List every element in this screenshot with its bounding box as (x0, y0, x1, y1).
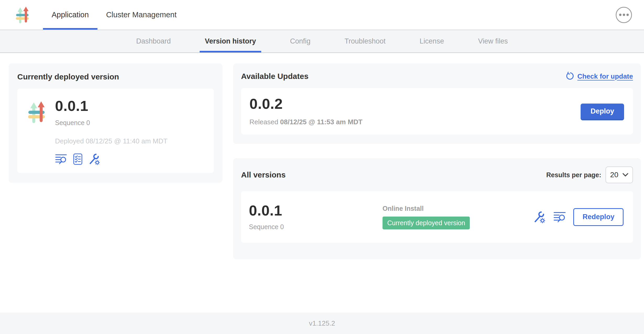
results-per-page-select[interactable]: 20 (605, 166, 633, 183)
update-row: 0.0.2 Released 08/12/25 @ 11:53 am MDT D… (241, 88, 633, 134)
refresh-icon (565, 72, 574, 81)
update-info: 0.0.2 Released 08/12/25 @ 11:53 am MDT (249, 96, 363, 126)
version-history-page: Application Cluster Management Dashboard… (0, 0, 644, 334)
preflight-checklist-icon[interactable] (72, 153, 84, 165)
version-row-info: 0.0.1 Sequence 0 (249, 203, 383, 231)
currently-deployed-card: Currently deployed version 0.0.1 Sequenc… (9, 63, 222, 183)
version-row-status: Online Install Currently deployed versio… (383, 205, 533, 229)
chevron-down-icon (623, 173, 628, 177)
deploy-button[interactable]: Deploy (581, 104, 624, 119)
primary-nav: Application Cluster Management (43, 0, 185, 30)
ellipsis-icon (623, 14, 625, 16)
log-search-icon[interactable] (553, 211, 566, 223)
check-for-update-label: Check for update (577, 72, 633, 80)
results-per-page-label: Results per page: (546, 171, 601, 179)
log-search-icon[interactable] (55, 153, 67, 165)
results-per-page-value: 20 (610, 171, 618, 179)
released-prefix: Released (249, 118, 278, 126)
subnav-tab-version-history[interactable]: Version history (200, 30, 261, 52)
install-type-label: Online Install (383, 205, 533, 212)
row-version-number: 0.0.1 (249, 203, 383, 218)
top-bar: Application Cluster Management (0, 0, 644, 30)
content-area: Currently deployed version 0.0.1 Sequenc… (0, 53, 644, 313)
redeploy-button[interactable]: Redeploy (573, 208, 624, 226)
currently-deployed-badge: Currently deployed version (383, 217, 470, 229)
deployed-sequence-label: Sequence 0 (55, 119, 167, 127)
available-updates-title: Available Updates (241, 72, 308, 81)
subnav-tab-config[interactable]: Config (285, 30, 316, 52)
results-per-page: Results per page: 20 (546, 166, 633, 183)
console-version: v1.125.2 (309, 319, 335, 327)
available-updates-header: Available Updates Check for update (241, 72, 633, 81)
overflow-menu-button[interactable] (616, 7, 632, 23)
update-released-timestamp: Released 08/12/25 @ 11:53 am MDT (249, 118, 363, 126)
check-for-update-link[interactable]: Check for update (565, 72, 633, 81)
tab-cluster-management[interactable]: Cluster Management (97, 0, 185, 30)
released-date: 08/12/25 @ 11:53 am MDT (280, 118, 362, 126)
deployed-timestamp: Deployed 08/12/25 @ 11:40 am MDT (55, 137, 167, 145)
all-versions-title: All versions (241, 170, 286, 179)
subnav-tab-troubleshoot[interactable]: Troubleshoot (339, 30, 391, 52)
version-row-actions: Redeploy (533, 208, 625, 226)
subnav-tab-license[interactable]: License (414, 30, 449, 52)
version-row: 0.0.1 Sequence 0 Online Install Currentl… (241, 191, 633, 243)
all-versions-card: All versions Results per page: 20 0.0.1 … (233, 158, 641, 259)
deployed-version-panel: 0.0.1 Sequence 0 Deployed 08/12/25 @ 11:… (17, 89, 214, 173)
config-wrench-icon[interactable] (89, 153, 101, 165)
config-wrench-icon[interactable] (533, 211, 546, 223)
row-sequence-label: Sequence 0 (249, 223, 383, 231)
tab-application[interactable]: Application (43, 0, 97, 30)
page-footer: v1.125.2 (0, 313, 644, 334)
app-logo-icon (25, 96, 50, 165)
app-logo-icon (14, 6, 32, 24)
subnav-tab-dashboard[interactable]: Dashboard (131, 30, 176, 52)
app-subnav: Dashboard Version history Config Trouble… (0, 30, 644, 53)
subnav-tab-view-files[interactable]: View files (473, 30, 513, 52)
topbar-spacer (185, 0, 616, 30)
deployed-version-number: 0.0.1 (55, 99, 167, 113)
deployed-action-icons (55, 153, 167, 165)
update-version-number: 0.0.2 (249, 96, 363, 111)
available-updates-card: Available Updates Check for update 0.0.2… (233, 63, 641, 144)
all-versions-header: All versions Results per page: 20 (241, 166, 633, 183)
right-column: Available Updates Check for update 0.0.2… (233, 63, 641, 259)
deployed-version-info: 0.0.1 Sequence 0 Deployed 08/12/25 @ 11:… (55, 96, 167, 165)
currently-deployed-title: Currently deployed version (17, 72, 214, 81)
